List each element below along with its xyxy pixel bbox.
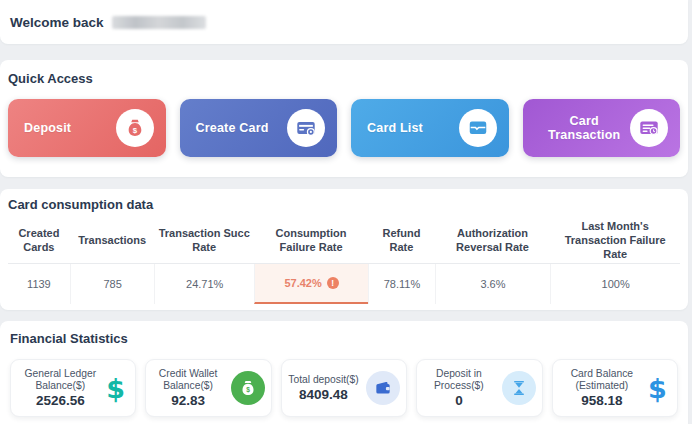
wallet-icon: [366, 371, 400, 405]
value-transaction-succ-rate: 24.71%: [154, 264, 253, 304]
col-transactions: Transactions: [70, 218, 155, 263]
card-balance-estimated-value: 958.18: [563, 393, 641, 408]
deposit-button[interactable]: Deposit $: [8, 99, 166, 157]
svg-text:$: $: [246, 386, 250, 394]
redacted-username: [112, 16, 206, 29]
card-list-label: Card List: [367, 121, 423, 135]
financial-statistics-title: Financial Statistics: [10, 331, 678, 346]
money-bag-icon: $: [231, 371, 265, 405]
col-transaction-succ-rate: Transaction Succ Rate: [154, 218, 253, 263]
financial-cards: General Ledger Balance($) 2526.56 $ Cred…: [10, 359, 678, 417]
hourglass-icon: [502, 371, 536, 405]
deposit-in-process-card[interactable]: Deposit in Process($) 0: [416, 359, 542, 417]
total-deposit-card[interactable]: Total deposit($) 8409.48: [281, 359, 407, 417]
credit-wallet-balance-value: 92.83: [152, 393, 223, 408]
value-authorization-reversal-rate: 3.6%: [435, 264, 551, 304]
value-refund-rate: 78.11%: [368, 264, 435, 304]
failure-rate-value: 57.42%: [284, 277, 321, 289]
financial-statistics-section: Financial Statistics General Ledger Bala…: [0, 321, 688, 424]
card-balance-estimated-label: Card Balance (Estimated): [563, 368, 641, 392]
col-created-cards: Created Cards: [8, 218, 70, 263]
svg-text:$: $: [132, 126, 137, 135]
col-last-month-failure-rate: Last Month's Transaction Failure Rate: [550, 218, 680, 263]
create-card-label: Create Card: [196, 121, 269, 135]
card-clock-icon: [630, 109, 668, 147]
col-authorization-reversal-rate: Authorization Reversal Rate: [435, 218, 551, 263]
welcome-header: Welcome back: [0, 0, 688, 44]
general-ledger-balance-value: 2526.56: [21, 393, 99, 408]
quick-access-section: Quick Access Deposit $ Create Card: [0, 60, 688, 177]
card-consumption-section: Card consumption data Created Cards Tran…: [0, 189, 688, 310]
credit-wallet-balance-label: Credit Wallet Balance($): [152, 368, 223, 392]
consumption-table-header: Created Cards Transactions Transaction S…: [8, 218, 680, 263]
general-ledger-balance-label: General Ledger Balance($): [21, 368, 99, 392]
value-last-month-failure-rate: 100%: [550, 264, 680, 304]
wallet-card-icon: [459, 109, 497, 147]
col-consumption-failure-rate: Consumption Failure Rate: [254, 218, 368, 263]
dollar-icon: $: [106, 375, 125, 402]
card-list-button[interactable]: Card List: [351, 99, 509, 157]
card-transaction-button[interactable]: Card Transaction: [523, 99, 681, 157]
value-transactions: 785: [70, 264, 155, 304]
total-deposit-value: 8409.48: [288, 387, 358, 402]
general-ledger-balance-card[interactable]: General Ledger Balance($) 2526.56 $: [10, 359, 136, 417]
create-card-button[interactable]: Create Card: [180, 99, 338, 157]
dollar-icon: $: [648, 375, 667, 402]
quick-access-title: Quick Access: [8, 71, 680, 86]
card-consumption-title: Card consumption data: [8, 197, 680, 212]
consumption-table-row: 1139 785 24.71% 57.42% ! 78.11% 3.6% 100…: [8, 263, 680, 304]
deposit-label: Deposit: [24, 121, 71, 135]
total-deposit-label: Total deposit($): [288, 374, 358, 386]
deposit-in-process-label: Deposit in Process($): [423, 368, 494, 392]
deposit-in-process-value: 0: [423, 393, 494, 408]
quick-access-buttons: Deposit $ Create Card: [8, 99, 680, 157]
create-card-icon: [287, 109, 325, 147]
value-created-cards: 1139: [8, 264, 70, 304]
value-consumption-failure-rate: 57.42% !: [254, 264, 368, 304]
dashboard-page: Welcome back Quick Access Deposit $ Crea…: [0, 0, 692, 424]
money-bag-icon: $: [116, 109, 154, 147]
warning-icon: !: [327, 277, 339, 289]
consumption-table: Created Cards Transactions Transaction S…: [8, 218, 680, 304]
credit-wallet-balance-card[interactable]: Credit Wallet Balance($) 92.83 $: [145, 359, 271, 417]
col-refund-rate: Refund Rate: [368, 218, 435, 263]
card-transaction-label: Card Transaction: [539, 114, 631, 142]
welcome-text: Welcome back: [10, 15, 104, 30]
card-balance-estimated-card[interactable]: Card Balance (Estimated) 958.18 $: [552, 359, 678, 417]
